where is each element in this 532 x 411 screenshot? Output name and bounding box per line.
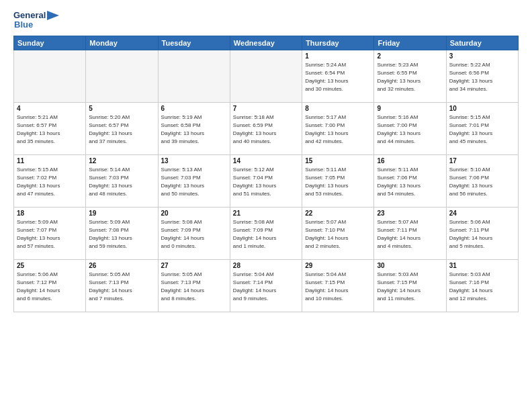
day-cell-9: 9Sunrise: 5:16 AM Sunset: 7:00 PM Daylig… (374, 102, 446, 154)
day-info: Sunrise: 5:06 AM Sunset: 7:12 PM Dayligh… (17, 271, 83, 303)
day-cell-31: 31Sunrise: 5:03 AM Sunset: 7:16 PM Dayli… (446, 259, 518, 312)
day-number: 13 (161, 157, 227, 165)
week-row-4: 18Sunrise: 5:09 AM Sunset: 7:07 PM Dayli… (14, 207, 519, 259)
day-cell-27: 27Sunrise: 5:05 AM Sunset: 7:13 PM Dayli… (158, 259, 230, 312)
day-cell-19: 19Sunrise: 5:09 AM Sunset: 7:08 PM Dayli… (86, 207, 158, 259)
day-cell-23: 23Sunrise: 5:07 AM Sunset: 7:11 PM Dayli… (374, 207, 446, 259)
day-info: Sunrise: 5:09 AM Sunset: 7:07 PM Dayligh… (17, 218, 83, 250)
day-info: Sunrise: 5:22 AM Sunset: 6:56 PM Dayligh… (449, 61, 515, 93)
day-number: 15 (305, 157, 371, 165)
day-cell-10: 10Sunrise: 5:15 AM Sunset: 7:01 PM Dayli… (446, 102, 518, 154)
empty-cell (86, 50, 158, 102)
day-cell-24: 24Sunrise: 5:06 AM Sunset: 7:11 PM Dayli… (446, 207, 518, 259)
day-cell-26: 26Sunrise: 5:05 AM Sunset: 7:13 PM Dayli… (86, 259, 158, 312)
col-header-wednesday: Wednesday (230, 36, 302, 50)
empty-cell (158, 50, 230, 102)
day-number: 14 (233, 157, 299, 165)
day-number: 20 (161, 210, 227, 217)
day-number: 10 (449, 105, 515, 112)
day-number: 21 (233, 210, 299, 217)
day-number: 25 (17, 262, 83, 269)
day-number: 1 (305, 52, 371, 60)
day-cell-11: 11Sunrise: 5:15 AM Sunset: 7:02 PM Dayli… (14, 154, 86, 207)
col-header-saturday: Saturday (446, 36, 518, 50)
day-number: 4 (17, 105, 83, 112)
day-info: Sunrise: 5:04 AM Sunset: 7:15 PM Dayligh… (305, 271, 371, 303)
day-number: 24 (449, 210, 515, 217)
day-info: Sunrise: 5:09 AM Sunset: 7:08 PM Dayligh… (89, 218, 154, 250)
day-number: 29 (305, 262, 371, 269)
day-info: Sunrise: 5:12 AM Sunset: 7:04 PM Dayligh… (233, 166, 299, 198)
day-number: 2 (377, 52, 443, 60)
day-info: Sunrise: 5:16 AM Sunset: 7:00 PM Dayligh… (377, 113, 443, 146)
day-cell-18: 18Sunrise: 5:09 AM Sunset: 7:07 PM Dayli… (14, 207, 86, 259)
day-info: Sunrise: 5:13 AM Sunset: 7:03 PM Dayligh… (161, 166, 227, 198)
day-info: Sunrise: 5:05 AM Sunset: 7:13 PM Dayligh… (161, 271, 227, 303)
day-cell-17: 17Sunrise: 5:10 AM Sunset: 7:06 PM Dayli… (446, 154, 518, 207)
day-cell-15: 15Sunrise: 5:11 AM Sunset: 7:05 PM Dayli… (302, 154, 374, 207)
day-number: 26 (89, 262, 154, 269)
week-row-1: 1Sunrise: 5:24 AM Sunset: 6:54 PM Daylig… (14, 50, 519, 102)
day-cell-13: 13Sunrise: 5:13 AM Sunset: 7:03 PM Dayli… (158, 154, 230, 207)
col-header-thursday: Thursday (302, 36, 374, 50)
day-number: 9 (377, 105, 443, 112)
logo: GeneralBlue (13, 11, 59, 30)
day-number: 8 (305, 105, 371, 112)
day-cell-4: 4Sunrise: 5:21 AM Sunset: 6:57 PM Daylig… (14, 102, 86, 154)
day-number: 12 (89, 157, 154, 165)
day-info: Sunrise: 5:07 AM Sunset: 7:10 PM Dayligh… (305, 218, 371, 250)
day-number: 3 (449, 52, 515, 60)
day-info: Sunrise: 5:06 AM Sunset: 7:11 PM Dayligh… (449, 218, 515, 250)
day-info: Sunrise: 5:18 AM Sunset: 6:59 PM Dayligh… (233, 113, 299, 146)
day-number: 27 (161, 262, 227, 269)
calendar-header-row: SundayMondayTuesdayWednesdayThursdayFrid… (14, 36, 519, 50)
week-row-3: 11Sunrise: 5:15 AM Sunset: 7:02 PM Dayli… (14, 154, 519, 207)
day-cell-25: 25Sunrise: 5:06 AM Sunset: 7:12 PM Dayli… (14, 259, 86, 312)
day-cell-16: 16Sunrise: 5:11 AM Sunset: 7:06 PM Dayli… (374, 154, 446, 207)
page-header: GeneralBlue (13, 11, 519, 30)
day-number: 6 (161, 105, 227, 112)
day-info: Sunrise: 5:08 AM Sunset: 7:09 PM Dayligh… (161, 218, 227, 250)
day-number: 17 (449, 157, 515, 165)
day-cell-8: 8Sunrise: 5:17 AM Sunset: 7:00 PM Daylig… (302, 102, 374, 154)
col-header-sunday: Sunday (14, 36, 86, 50)
day-info: Sunrise: 5:05 AM Sunset: 7:13 PM Dayligh… (89, 271, 154, 303)
day-cell-12: 12Sunrise: 5:14 AM Sunset: 7:03 PM Dayli… (86, 154, 158, 207)
week-row-2: 4Sunrise: 5:21 AM Sunset: 6:57 PM Daylig… (14, 102, 519, 154)
day-info: Sunrise: 5:17 AM Sunset: 7:00 PM Dayligh… (305, 113, 371, 146)
day-number: 7 (233, 105, 299, 112)
day-info: Sunrise: 5:20 AM Sunset: 6:57 PM Dayligh… (89, 113, 154, 146)
calendar: SundayMondayTuesdayWednesdayThursdayFrid… (13, 36, 519, 312)
day-info: Sunrise: 5:19 AM Sunset: 6:58 PM Dayligh… (161, 113, 227, 146)
day-info: Sunrise: 5:14 AM Sunset: 7:03 PM Dayligh… (89, 166, 154, 198)
day-cell-14: 14Sunrise: 5:12 AM Sunset: 7:04 PM Dayli… (230, 154, 302, 207)
col-header-tuesday: Tuesday (158, 36, 230, 50)
day-info: Sunrise: 5:10 AM Sunset: 7:06 PM Dayligh… (449, 166, 515, 198)
col-header-friday: Friday (374, 36, 446, 50)
day-number: 11 (17, 157, 83, 165)
day-info: Sunrise: 5:15 AM Sunset: 7:01 PM Dayligh… (449, 113, 515, 146)
svg-marker-0 (47, 11, 59, 20)
day-info: Sunrise: 5:04 AM Sunset: 7:14 PM Dayligh… (233, 271, 299, 303)
day-cell-7: 7Sunrise: 5:18 AM Sunset: 6:59 PM Daylig… (230, 102, 302, 154)
day-cell-3: 3Sunrise: 5:22 AM Sunset: 6:56 PM Daylig… (446, 50, 518, 102)
day-number: 5 (89, 105, 154, 112)
day-info: Sunrise: 5:23 AM Sunset: 6:55 PM Dayligh… (377, 61, 443, 93)
col-header-monday: Monday (86, 36, 158, 50)
day-cell-21: 21Sunrise: 5:08 AM Sunset: 7:09 PM Dayli… (230, 207, 302, 259)
day-info: Sunrise: 5:07 AM Sunset: 7:11 PM Dayligh… (377, 218, 443, 250)
day-number: 23 (377, 210, 443, 217)
day-number: 30 (377, 262, 443, 269)
day-info: Sunrise: 5:03 AM Sunset: 7:16 PM Dayligh… (449, 271, 515, 303)
week-row-5: 25Sunrise: 5:06 AM Sunset: 7:12 PM Dayli… (14, 259, 519, 312)
day-number: 31 (449, 262, 515, 269)
day-number: 18 (17, 210, 83, 217)
day-info: Sunrise: 5:03 AM Sunset: 7:15 PM Dayligh… (377, 271, 443, 303)
day-info: Sunrise: 5:15 AM Sunset: 7:02 PM Dayligh… (17, 166, 83, 198)
day-info: Sunrise: 5:24 AM Sunset: 6:54 PM Dayligh… (305, 61, 371, 93)
day-cell-30: 30Sunrise: 5:03 AM Sunset: 7:15 PM Dayli… (374, 259, 446, 312)
day-cell-20: 20Sunrise: 5:08 AM Sunset: 7:09 PM Dayli… (158, 207, 230, 259)
empty-cell (230, 50, 302, 102)
day-cell-6: 6Sunrise: 5:19 AM Sunset: 6:58 PM Daylig… (158, 102, 230, 154)
day-number: 28 (233, 262, 299, 269)
